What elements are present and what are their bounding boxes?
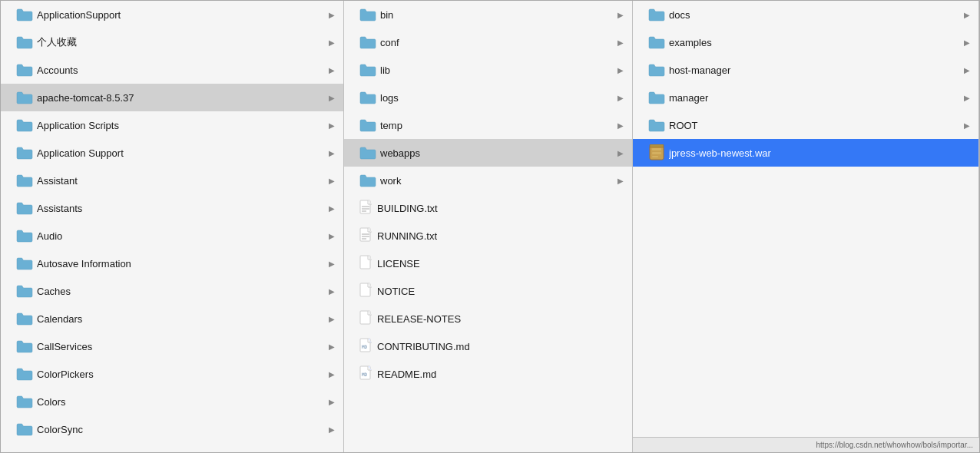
row-label: RUNNING.txt [377,230,629,242]
chevron-right-icon: ▶ [615,149,626,157]
list-item[interactable]: examples▶ [633,28,978,56]
folder-icon [16,229,33,243]
svg-rect-9 [360,283,370,296]
list-item[interactable]: bin▶ [344,1,632,28]
svg-rect-17 [652,152,661,154]
list-item[interactable]: temp▶ [344,111,632,139]
row-label: host-manager [669,64,962,76]
chevron-right-icon: ▶ [326,232,337,240]
row-label: ROOT [669,120,962,131]
folder-icon [16,395,33,408]
chevron-right-icon: ▶ [326,342,337,351]
list-item[interactable]: RUNNING.txt [344,222,632,250]
folder-icon [16,339,33,353]
row-label: ColorPickers [37,369,326,380]
list-item[interactable]: MD CONTRIBUTING.md [344,332,632,360]
list-item[interactable]: lib▶ [344,56,632,84]
chevron-right-icon: ▶ [615,177,626,185]
list-item[interactable]: LICENSE [344,250,632,277]
list-item[interactable]: MD README.md [344,360,632,388]
folder-icon [16,422,33,436]
folder-icon [359,8,376,21]
folder-icon [16,201,33,215]
folder-icon [359,35,376,49]
row-label: Accounts [37,64,326,76]
chevron-right-icon: ▶ [615,121,626,130]
list-item[interactable]: RELEASE-NOTES [344,305,632,332]
row-label: ColorSync [37,424,326,435]
list-item[interactable]: manager▶ [633,84,978,111]
list-item[interactable]: apache-tomcat-8.5.37▶ [1,84,343,111]
list-item[interactable]: Assistants▶ [1,194,343,222]
list-item[interactable]: BUILDING.txt [344,194,632,222]
folder-icon [16,284,33,298]
chevron-right-icon: ▶ [615,94,626,102]
row-label: docs [669,9,962,21]
chevron-right-icon: ▶ [962,94,972,102]
list-item[interactable]: docs▶ [633,1,978,28]
list-item[interactable]: CallServices▶ [1,332,343,360]
folder-icon [16,91,33,104]
svg-text:MD: MD [362,344,368,349]
list-item[interactable]: logs▶ [344,84,632,111]
row-label: apache-tomcat-8.5.37 [37,92,326,104]
list-item[interactable]: Colors▶ [1,388,343,415]
chevron-right-icon: ▶ [962,121,972,130]
folder-icon [16,35,33,49]
list-item[interactable]: host-manager▶ [633,56,978,84]
list-item[interactable]: ColorSync▶ [1,415,343,443]
chevron-right-icon: ▶ [615,66,626,74]
column-3-wrapper: docs▶ examples▶ host-manager▶ manager▶ R… [633,1,979,452]
md-file-icon: MD [359,338,373,355]
list-item[interactable]: Application Scripts▶ [1,111,343,139]
chevron-right-icon: ▶ [962,66,972,74]
svg-text:MD: MD [362,372,368,377]
chevron-right-icon: ▶ [326,38,337,47]
list-item[interactable]: Autosave Information▶ [1,250,343,277]
list-item[interactable]: Calendars▶ [1,305,343,332]
list-item[interactable]: Accounts▶ [1,56,343,84]
list-item[interactable]: Application Support▶ [1,139,343,167]
row-label: Caches [37,286,326,297]
column-1[interactable]: ApplicationSupport▶ 个人收藏▶ Accounts▶ apac… [1,1,344,452]
row-label: 个人收藏 [37,35,326,49]
column-2[interactable]: bin▶ conf▶ lib▶ logs▶ temp▶ webapps▶ wor… [344,1,633,452]
row-label: CONTRIBUTING.md [377,341,629,352]
plain-file-icon [359,310,373,327]
list-item[interactable]: jpress-web-newest.war [633,139,978,167]
list-item[interactable]: NOTICE [344,277,632,305]
list-item[interactable]: Caches▶ [1,277,343,305]
folder-icon [648,35,665,49]
row-label: ApplicationSupport [37,9,326,21]
svg-rect-18 [652,156,658,157]
row-label: manager [669,92,962,104]
list-item[interactable]: ApplicationSupport▶ [1,1,343,28]
list-item[interactable]: ColorPickers▶ [1,360,343,388]
chevron-right-icon: ▶ [326,204,337,213]
folder-icon [16,8,33,21]
folder-icon [16,367,33,381]
row-label: temp [380,120,615,131]
list-item[interactable]: 个人收藏▶ [1,28,343,56]
chevron-right-icon: ▶ [326,315,337,323]
chevron-right-icon: ▶ [326,149,337,157]
list-item[interactable]: webapps▶ [344,139,632,167]
plain-file-icon [359,255,373,272]
list-item[interactable]: Audio▶ [1,222,343,250]
column-3[interactable]: docs▶ examples▶ host-manager▶ manager▶ R… [633,1,979,452]
status-bar: https://blog.csdn.net/whowhow/bols/impor… [633,437,979,452]
svg-rect-8 [360,256,370,269]
chevron-right-icon: ▶ [615,38,626,47]
row-label: Assistants [37,203,326,214]
folder-icon [16,256,33,270]
list-item[interactable]: work▶ [344,167,632,194]
list-item[interactable]: ROOT▶ [633,111,978,139]
list-item[interactable]: conf▶ [344,28,632,56]
list-item[interactable]: Assistant▶ [1,167,343,194]
row-label: CallServices [37,341,326,352]
svg-rect-19 [650,144,664,147]
md-file-icon: MD [359,365,373,382]
chevron-right-icon: ▶ [326,287,337,296]
chevron-right-icon: ▶ [326,121,337,130]
row-label: Audio [37,230,326,242]
